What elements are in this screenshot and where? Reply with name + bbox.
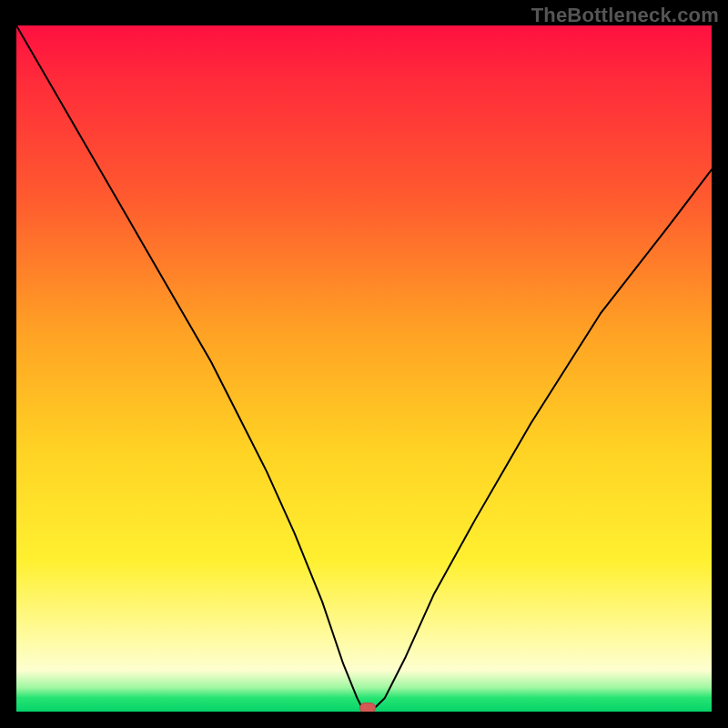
- optimal-point-marker: [359, 703, 376, 712]
- plot-area: [16, 25, 712, 712]
- bottleneck-curve: [16, 25, 712, 712]
- chart-frame: TheBottleneck.com: [0, 0, 728, 728]
- watermark-text: TheBottleneck.com: [531, 4, 719, 27]
